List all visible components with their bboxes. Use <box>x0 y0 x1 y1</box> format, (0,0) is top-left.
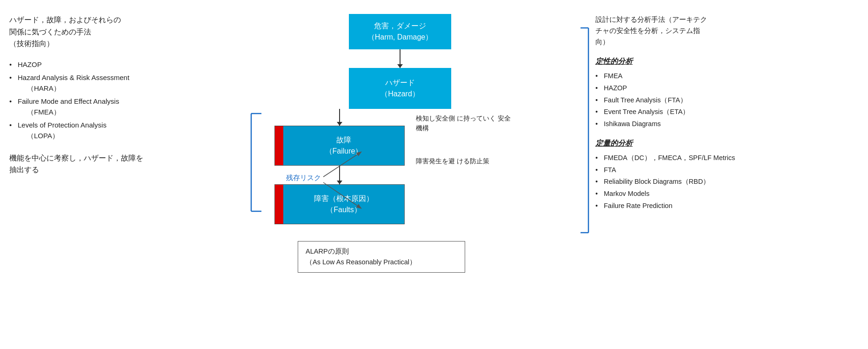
svg-line-4 <box>323 182 357 206</box>
left-list: HAZOP Hazard Analysis & Risk Assessment（… <box>9 58 223 143</box>
alarp-line2: （As Low As Reasonably Practical） <box>306 258 416 266</box>
full-diagram: 危害，ダメージ （Harm, Damage） ハザード （Hazard） <box>242 14 558 273</box>
qualitative-item-fmea: FMEA <box>595 70 859 82</box>
qualitative-item-eta: Event Tree Analysis（ETA） <box>595 106 859 118</box>
center-panel: 危害，ダメージ （Harm, Damage） ハザード （Hazard） <box>233 9 568 273</box>
qualitative-title: 定性的分析 <box>595 57 859 67</box>
hazard-line2: （Hazard） <box>381 90 420 98</box>
quantitative-item-rbd: Reliability Block Diagrams（RBD） <box>595 176 859 188</box>
side-notes-right: 検知し安全側 に持っていく 安全機構 障害発生を避 ける防止策 <box>409 109 512 166</box>
zanzon-svg: 残存リスク <box>284 127 377 234</box>
alarp-line1: ALARPの原則 <box>306 248 349 255</box>
harm-line2: （Harm, Damage） <box>367 33 433 41</box>
left-function-note: 機能を中心に考察し，ハザード，故障を抽出する <box>9 153 223 176</box>
harm-line1: 危害，ダメージ <box>374 22 426 30</box>
page-container: ハザード，故障，およびそれらの関係に気づくための手法（技術指向） HAZOP H… <box>0 0 868 349</box>
right-bracket-area <box>577 14 591 237</box>
quantitative-list: FMEDA（DC），FMECA，SPF/LF Metrics FTA Relia… <box>595 152 859 212</box>
quantitative-item-markov: Markov Models <box>595 188 859 200</box>
left-intro: ハザード，故障，およびそれらの関係に気づくための手法（技術指向） <box>9 14 223 50</box>
left-bracket-svg <box>242 109 265 216</box>
zanzon-text: 残存リスク <box>286 174 321 181</box>
left-bracket-area <box>242 109 270 216</box>
quantitative-item-fta: FTA <box>595 164 859 176</box>
right-intro: 設計に対する分析手法（アーキテクチャの安全性を分析，システム指向） <box>595 14 859 47</box>
hazard-box: ハザード （Hazard） <box>349 68 451 109</box>
faults-side-note: 障害発生を避 ける防止策 <box>416 156 512 166</box>
qualitative-item-fta: Fault Tree Analysis（FTA） <box>595 94 859 107</box>
quantitative-item-fmeda: FMEDA（DC），FMECA，SPF/LF Metrics <box>595 152 859 164</box>
faults-red-strip <box>275 185 283 224</box>
left-panel: ハザード，故障，およびそれらの関係に気づくための手法（技術指向） HAZOP H… <box>0 9 233 181</box>
quantitative-item-failure-rate: Failure Rate Prediction <box>595 200 859 212</box>
list-item-hara: Hazard Analysis & Risk Assessment（HARA） <box>9 71 223 95</box>
hazard-line1: ハザード <box>385 79 415 87</box>
qualitative-item-ishikawa: Ishikawa Diagrams <box>595 118 859 130</box>
diagram-top: 危害，ダメージ （Harm, Damage） ハザード （Hazard） <box>349 14 451 109</box>
zanzon-label-area: 残存リスク <box>284 127 377 235</box>
harm-box: 危害，ダメージ （Harm, Damage） <box>349 14 451 49</box>
failure-side-note: 検知し安全側 に持っていく 安全機構 <box>416 114 512 133</box>
quantitative-title: 定量的分析 <box>595 139 859 148</box>
qualitative-item-hazop: HAZOP <box>595 82 859 94</box>
alarp-box: ALARPの原則 （As Low As Reasonably Practical… <box>298 241 465 273</box>
svg-line-3 <box>323 154 357 177</box>
list-item-lopa: Levels of Protection Analysis（LOPA） <box>9 119 223 142</box>
list-item-fmea: Failure Mode and Effect Analysis（FMEA） <box>9 95 223 119</box>
list-item-hazop: HAZOP <box>9 58 223 72</box>
right-content: 設計に対する分析手法（アーキテクチャの安全性を分析，システム指向） 定性的分析 … <box>591 14 859 237</box>
failure-red-strip <box>275 126 283 165</box>
qualitative-list: FMEA HAZOP Fault Tree Analysis（FTA） Even… <box>595 70 859 130</box>
right-bracket-svg <box>577 23 591 237</box>
right-panel: 設計に対する分析手法（アーキテクチャの安全性を分析，システム指向） 定性的分析 … <box>568 9 868 242</box>
